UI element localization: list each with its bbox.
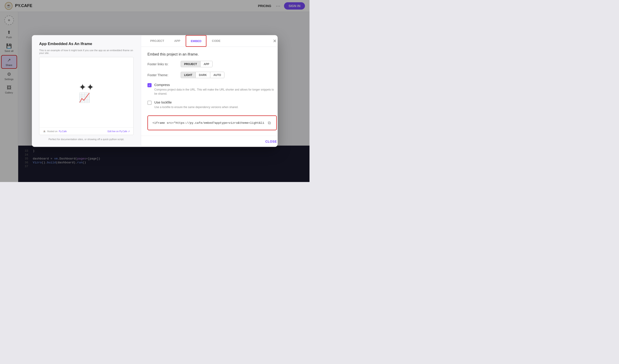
footer-links-row: Footer links to: PROJECT APP [147, 61, 277, 67]
modal-tab-bar: PROJECT APP EMBED CODE ✕ [141, 35, 278, 47]
footer-edit-link[interactable]: Edit live on Py.Cafe ↗ [108, 130, 130, 133]
tab-project[interactable]: PROJECT [146, 35, 169, 47]
iframe-preview-footer: ☕ Hosted on Py.Cafe Edit live on Py.Cafe… [39, 128, 133, 135]
modal-footer: CLOSE [141, 136, 278, 147]
footer-theme-row: Footer Theme: LIGHT DARK AUTO [147, 72, 277, 78]
footer-link-app-btn[interactable]: APP [200, 61, 212, 67]
lockfile-description: Use a lockfile to ensure the same depend… [154, 105, 239, 109]
theme-light-btn[interactable]: LIGHT [181, 72, 196, 78]
iframe-preview-body: ✦✦📈 [39, 57, 133, 128]
modal-right-content: Embed this project in an iframe. Footer … [141, 47, 278, 136]
modal-caption: Perfect for documentation sites, or show… [39, 138, 134, 140]
embed-code-text: <iframe src="https://py.cafe/embed?appty… [153, 121, 264, 125]
theme-dark-btn[interactable]: DARK [196, 72, 210, 78]
copy-embed-code-button[interactable]: ⧉ [267, 120, 272, 126]
footer-links-label: Footer links to: [147, 62, 177, 66]
compress-checkbox[interactable]: ✓ [147, 83, 152, 87]
lockfile-row: Use lockfile Use a lockfile to ensure th… [147, 100, 277, 109]
sparkle-chart-icon: ✦✦📈 [79, 82, 94, 103]
lockfile-checkbox[interactable] [147, 101, 152, 105]
modal-left-panel: App Embedded As An Iframe This is an exa… [32, 35, 141, 147]
tab-app[interactable]: APP [169, 35, 185, 47]
copy-icon: ⧉ [268, 121, 271, 125]
footer-link-project-btn[interactable]: PROJECT [181, 61, 200, 67]
compress-label: Compress [154, 83, 277, 87]
close-button[interactable]: CLOSE [265, 140, 277, 143]
footer-coffee-icon: ☕ [43, 130, 46, 133]
tab-embed[interactable]: EMBED [186, 35, 206, 47]
modal-right-panel: PROJECT APP EMBED CODE ✕ Embed this proj… [141, 35, 278, 147]
embed-code-box: <iframe src="https://py.cafe/embed?appty… [147, 116, 277, 130]
checkmark-icon: ✓ [148, 84, 151, 87]
tab-code[interactable]: CODE [207, 35, 225, 47]
footer-hosted-text: Hosted on [47, 130, 57, 133]
footer-theme-options: LIGHT DARK AUTO [181, 72, 225, 78]
footer-links-options: PROJECT APP [181, 61, 212, 67]
footer-left: ☕ Hosted on Py.Cafe [43, 130, 67, 133]
modal-left-subtitle: This is an example of how it might look … [39, 49, 134, 54]
modal-close-x-button[interactable]: ✕ [271, 37, 278, 45]
compress-description: Compress project data in the URL. This w… [154, 88, 277, 96]
modal-left-title: App Embedded As An Iframe [39, 42, 134, 46]
lockfile-label: Use lockfile [154, 100, 239, 104]
compress-row: ✓ Compress Compress project data in the … [147, 83, 277, 96]
embed-description: Embed this project in an iframe. [147, 52, 277, 56]
iframe-preview: ✦✦📈 ☕ Hosted on Py.Cafe Edit live on Py.… [39, 57, 134, 135]
footer-pycafe-link[interactable]: Py.Cafe [59, 130, 67, 133]
share-modal: App Embedded As An Iframe This is an exa… [32, 35, 278, 147]
footer-theme-label: Footer Theme: [147, 73, 177, 77]
theme-auto-btn[interactable]: AUTO [210, 72, 225, 78]
